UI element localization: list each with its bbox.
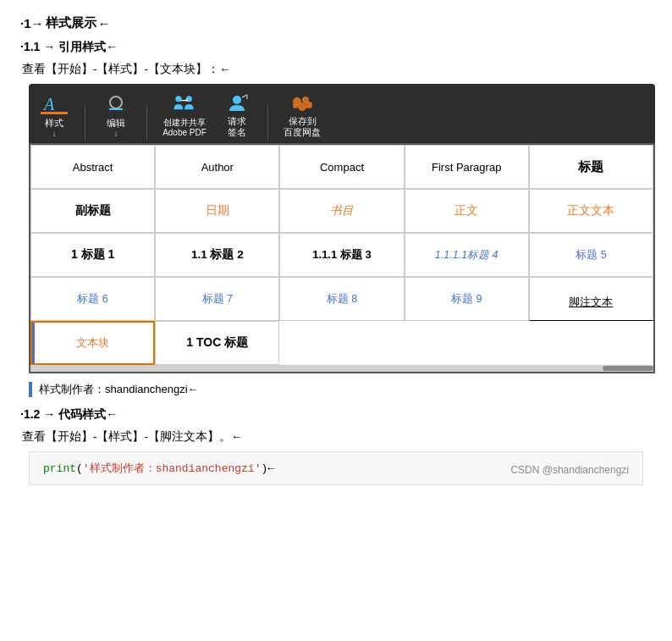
style-cell-h1[interactable]: 1 标题 1 <box>30 233 155 277</box>
code-line: print('样式制作者：shandianchengzi')← <box>43 461 274 476</box>
code-end-arrow: ← <box>267 462 274 475</box>
heading2-section12: ·1.2 → 代码样式← <box>20 407 652 423</box>
svg-point-8 <box>233 96 241 104</box>
style-cell-zhengwenwenben[interactable]: 正文文本 <box>529 189 653 233</box>
create-pdf-label: 创建并共享Adobe PDF <box>162 118 207 138</box>
grid-scrollbar[interactable] <box>30 365 653 372</box>
svg-line-9 <box>242 95 247 97</box>
save-baidu-button[interactable]: 保存到百度网盘 <box>280 89 324 140</box>
svg-rect-1 <box>41 112 68 114</box>
style-button[interactable]: A 样式 ↓ <box>36 91 73 140</box>
style-grid-wrapper: Abstract Author Compact First Paragrap 标… <box>29 143 655 373</box>
section11-heading: ·1.1 → 引用样式← <box>20 40 118 53</box>
code-keyword: print <box>43 462 76 475</box>
author-note-text: 样式制作者：shandianchengzi← <box>39 382 199 397</box>
style-cell-h4[interactable]: 1.1.1.1 标题 4 <box>405 233 529 277</box>
toolbar: A 样式 ↓ 编辑 ↓ <box>29 84 655 143</box>
toolbar-divider1 <box>85 106 85 140</box>
style-cell-h3[interactable]: 1.1.1 标题 3 <box>279 233 404 277</box>
author-note: 样式制作者：shandianchengzi← <box>29 382 643 397</box>
edit-btn-label: 编辑 <box>107 118 125 129</box>
style-cell-fubiaoti[interactable]: 副标题 <box>30 189 155 233</box>
save-baidu-label: 保存到百度网盘 <box>284 116 321 138</box>
style-icon: A <box>41 92 68 116</box>
style-cell-h8[interactable]: 标题 8 <box>279 277 404 321</box>
edit-icon <box>102 92 129 116</box>
style-cell-h2[interactable]: 1.1 标题 2 <box>155 233 279 277</box>
style-cell-footnote[interactable]: 脚注文本 <box>529 277 653 321</box>
code-block: print('样式制作者：shandianchengzi')← CSDN @sh… <box>29 451 643 485</box>
blue-bar <box>29 382 32 397</box>
section11-desc: 查看【开始】-【样式】-【文本块】：← <box>22 62 652 77</box>
style-cell-h7[interactable]: 标题 7 <box>155 277 279 321</box>
grid-scrollbar-thumb <box>603 366 653 371</box>
sign-icon <box>223 91 251 114</box>
sign-label: 请求签名 <box>228 116 246 138</box>
section12-heading: ·1.2 → 代码样式← <box>20 407 118 421</box>
style-cell-riqi[interactable]: 日期 <box>155 189 279 233</box>
code-watermark: CSDN @shandianchengzi <box>510 464 629 476</box>
heading1: ·1→ 样式展示 ← <box>20 15 652 31</box>
heading1-text: 样式展示 <box>46 15 96 31</box>
style-cell-first-para[interactable]: First Paragrap <box>405 145 529 189</box>
code-string: '样式制作者：shandianchengzi' <box>83 462 262 475</box>
heading1-bullet: ·1→ <box>20 16 44 30</box>
create-pdf-icon <box>171 92 198 116</box>
svg-point-15 <box>293 103 298 108</box>
section12: ·1.2 → 代码样式← 查看【开始】-【样式】-【脚注文本】。← print(… <box>20 407 652 485</box>
style-cell-toc[interactable]: 1 TOC 标题 <box>155 321 279 365</box>
edit-button[interactable]: 编辑 ↓ <box>97 91 135 140</box>
toolbar-divider3 <box>267 106 268 140</box>
style-grid: Abstract Author Compact First Paragrap 标… <box>30 145 653 365</box>
svg-point-2 <box>110 97 122 108</box>
style-cell-biaoti[interactable]: 标题 <box>529 145 653 189</box>
save-baidu-icon <box>289 91 316 114</box>
style-btn-label: 样式 <box>45 118 63 129</box>
section12-desc: 查看【开始】-【样式】-【脚注文本】。← <box>22 429 652 445</box>
style-cell-wenben[interactable]: 文本块 <box>30 321 155 365</box>
svg-point-13 <box>306 102 312 108</box>
style-cell-h5[interactable]: 标题 5 <box>529 233 653 277</box>
toolbar-divider2 <box>146 106 147 140</box>
style-cell-shumu[interactable]: 书目 <box>279 189 404 233</box>
heading2-section11: ·1.1 → 引用样式← <box>20 40 652 55</box>
sign-button[interactable]: 请求签名 <box>218 89 256 140</box>
svg-text:A: A <box>42 95 55 113</box>
create-pdf-button[interactable]: 创建并共享Adobe PDF <box>159 91 210 140</box>
style-cell-h9[interactable]: 标题 9 <box>405 277 529 321</box>
svg-point-4 <box>175 97 181 102</box>
heading1-end: ← <box>98 16 111 30</box>
page-content: ·1→ 样式展示 ← ·1.1 → 引用样式← 查看【开始】-【样式】-【文本块… <box>0 0 672 507</box>
style-cell-abstract[interactable]: Abstract <box>30 145 155 189</box>
style-cell-zhengwen[interactable]: 正文 <box>405 189 529 233</box>
style-cell-compact[interactable]: Compact <box>279 145 404 189</box>
style-cell-h6[interactable]: 标题 6 <box>30 277 155 321</box>
code-paren-open: ( <box>76 462 83 475</box>
style-cell-author[interactable]: Author <box>155 145 279 189</box>
svg-point-14 <box>298 102 306 111</box>
